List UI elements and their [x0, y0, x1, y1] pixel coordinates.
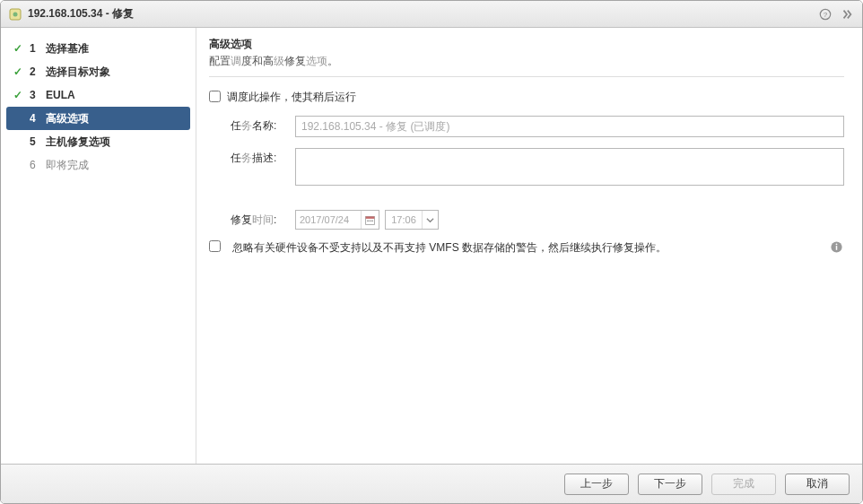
step-label: 选择基准	[46, 41, 89, 56]
wizard-footer: 上一步 下一步 完成 取消	[1, 464, 862, 503]
check-icon: ✓	[12, 89, 24, 101]
svg-rect-7	[367, 220, 369, 222]
repair-time-row: 修复时间:	[209, 210, 844, 230]
step-1[interactable]: ✓ 1 选择基准	[1, 37, 196, 60]
ignore-warning-label: 忽略有关硬件设备不受支持以及不再支持 VMFS 数据存储的警告，然后继续执行修复…	[227, 240, 819, 256]
time-picker[interactable]	[385, 210, 439, 230]
help-icon[interactable]: ?	[817, 6, 833, 22]
next-button[interactable]: 下一步	[638, 474, 702, 495]
svg-rect-5	[366, 216, 375, 218]
task-name-label: 任务名称:	[231, 119, 276, 132]
svg-point-1	[13, 12, 18, 16]
dropdown-icon[interactable]	[422, 211, 438, 229]
svg-rect-11	[836, 246, 838, 250]
schedule-row: 调度此操作，使其稍后运行	[209, 90, 844, 105]
step-2[interactable]: ✓ 2 选择目标对象	[1, 60, 196, 83]
check-icon: ✓	[12, 42, 24, 55]
svg-rect-8	[370, 220, 371, 222]
step-label: 即将完成	[46, 158, 89, 173]
task-desc-row: 任务描述:	[209, 148, 844, 188]
calendar-icon[interactable]	[361, 211, 379, 229]
svg-point-12	[836, 243, 838, 245]
task-name-input[interactable]	[295, 116, 844, 137]
separator	[209, 76, 844, 77]
time-input[interactable]	[386, 211, 422, 229]
task-desc-textarea[interactable]	[295, 148, 844, 186]
section-description: 配置调度和高级修复选项。	[209, 54, 844, 69]
step-label: 主机修复选项	[46, 135, 110, 150]
wizard-main: 高级选项 配置调度和高级修复选项。 调度此操作，使其稍后运行 任务名称:	[196, 28, 862, 464]
expand-icon[interactable]	[839, 6, 855, 22]
step-number: 4	[30, 112, 42, 125]
step-number: 3	[30, 89, 42, 101]
date-picker[interactable]	[295, 210, 379, 230]
step-label: 高级选项	[46, 111, 89, 126]
step-number: 6	[30, 159, 42, 171]
ignore-warning-row: 忽略有关硬件设备不受支持以及不再支持 VMFS 数据存储的警告，然后继续执行修复…	[209, 240, 844, 256]
task-desc-label: 任务描述:	[231, 152, 276, 164]
step-4[interactable]: 4 高级选项	[6, 107, 190, 130]
wizard-body: ✓ 1 选择基准 ✓ 2 选择目标对象 ✓ 3 EULA 4 高级选项	[1, 28, 862, 464]
schedule-checkbox[interactable]	[209, 91, 221, 102]
date-input[interactable]	[296, 211, 361, 229]
svg-text:?: ?	[824, 10, 828, 18]
wizard-sidebar: ✓ 1 选择基准 ✓ 2 选择目标对象 ✓ 3 EULA 4 高级选项	[1, 28, 196, 464]
step-label: EULA	[46, 89, 75, 101]
host-icon	[8, 7, 22, 22]
step-5[interactable]: 5 主机修复选项	[1, 130, 196, 153]
check-icon: ✓	[12, 65, 24, 78]
step-6: 6 即将完成	[1, 153, 196, 177]
step-number: 2	[30, 65, 42, 78]
step-label: 选择目标对象	[46, 65, 110, 80]
step-number: 1	[30, 42, 42, 55]
finish-button[interactable]: 完成	[711, 474, 776, 495]
wizard-window: 192.168.105.34 - 修复 ? ✓ 1 选择基准 ✓ 2 选择目标对…	[0, 0, 863, 504]
section-heading: 高级选项	[209, 37, 844, 52]
repair-time-label: 修复时间:	[231, 213, 276, 226]
cancel-button[interactable]: 取消	[785, 474, 850, 495]
step-number: 5	[30, 135, 42, 148]
titlebar: 192.168.105.34 - 修复 ?	[1, 1, 862, 28]
step-3[interactable]: ✓ 3 EULA	[1, 83, 196, 107]
back-button[interactable]: 上一步	[564, 474, 629, 495]
info-icon[interactable]	[830, 240, 844, 255]
schedule-label: 调度此操作，使其稍后运行	[227, 91, 356, 103]
svg-rect-9	[371, 220, 373, 222]
task-name-row: 任务名称:	[209, 116, 844, 137]
ignore-warning-checkbox[interactable]	[209, 240, 221, 252]
window-title: 192.168.105.34 - 修复	[28, 6, 812, 22]
